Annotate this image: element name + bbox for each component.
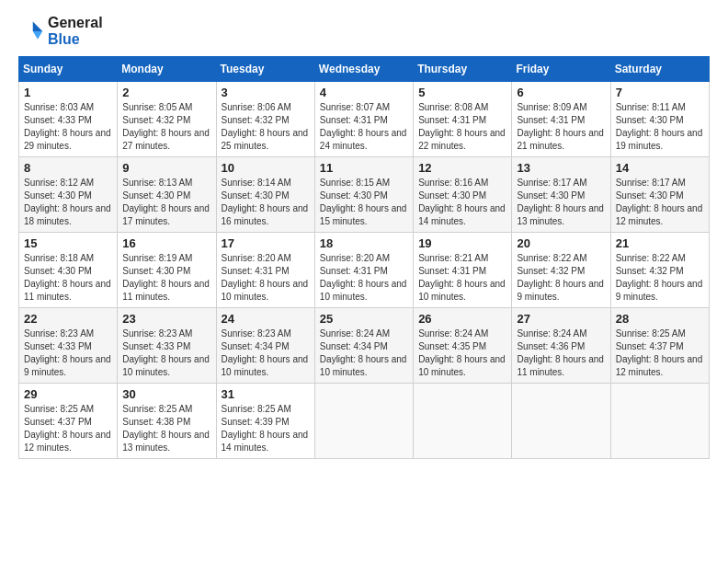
calendar-cell: 12Sunrise: 8:16 AMSunset: 4:30 PMDayligh… (414, 157, 512, 233)
daylight-label: Daylight: 8 hours and 27 minutes. (122, 128, 210, 151)
day-number: 16 (122, 236, 210, 250)
sunrise-label: Sunrise: 8:24 AM (320, 328, 390, 339)
day-detail: Sunrise: 8:18 AMSunset: 4:30 PMDaylight:… (24, 252, 112, 304)
sunrise-label: Sunrise: 8:08 AM (418, 102, 488, 112)
sunrise-label: Sunrise: 8:22 AM (616, 253, 686, 263)
day-number: 13 (517, 161, 605, 175)
day-number: 14 (616, 161, 704, 175)
sunrise-label: Sunrise: 8:13 AM (122, 178, 192, 188)
calendar-cell: 20Sunrise: 8:22 AMSunset: 4:32 PMDayligh… (512, 233, 610, 308)
daylight-label: Daylight: 8 hours and 13 minutes. (122, 430, 210, 453)
calendar-cell: 29Sunrise: 8:25 AMSunset: 4:37 PMDayligh… (19, 384, 118, 459)
day-number: 1 (24, 86, 112, 99)
calendar-cell: 30Sunrise: 8:25 AMSunset: 4:38 PMDayligh… (118, 384, 216, 459)
sunset-label: Sunset: 4:30 PM (320, 190, 388, 201)
daylight-label: Daylight: 8 hours and 9 minutes. (517, 279, 604, 302)
calendar-cell: 22Sunrise: 8:23 AMSunset: 4:33 PMDayligh… (19, 308, 118, 384)
daylight-label: Daylight: 8 hours and 24 minutes. (320, 128, 407, 151)
page: General Blue SundayMondayTuesdayWednesda… (0, 0, 728, 563)
svg-marker-1 (33, 31, 43, 40)
weekday-header-friday: Friday (512, 57, 610, 82)
svg-marker-0 (33, 21, 43, 31)
day-number: 19 (418, 236, 506, 250)
sunrise-label: Sunrise: 8:21 AM (418, 253, 488, 263)
day-detail: Sunrise: 8:22 AMSunset: 4:32 PMDaylight:… (517, 252, 605, 304)
day-detail: Sunrise: 8:15 AMSunset: 4:30 PMDaylight:… (320, 177, 408, 228)
daylight-label: Daylight: 8 hours and 29 minutes. (24, 128, 111, 151)
sunset-label: Sunset: 4:30 PM (24, 266, 92, 276)
sunset-label: Sunset: 4:35 PM (418, 341, 486, 351)
day-detail: Sunrise: 8:25 AMSunset: 4:39 PMDaylight:… (222, 403, 310, 454)
calendar-cell: 16Sunrise: 8:19 AMSunset: 4:30 PMDayligh… (118, 233, 216, 308)
day-number: 27 (517, 312, 605, 326)
day-number: 7 (616, 86, 704, 99)
calendar-cell: 10Sunrise: 8:14 AMSunset: 4:30 PMDayligh… (216, 157, 314, 233)
day-number: 12 (418, 161, 506, 175)
day-detail: Sunrise: 8:20 AMSunset: 4:31 PMDaylight:… (222, 252, 310, 304)
sunset-label: Sunset: 4:31 PM (418, 115, 486, 125)
day-detail: Sunrise: 8:24 AMSunset: 4:35 PMDaylight:… (418, 327, 506, 379)
daylight-label: Daylight: 8 hours and 9 minutes. (616, 279, 703, 302)
logo: General Blue (18, 15, 103, 47)
sunset-label: Sunset: 4:34 PM (222, 341, 290, 351)
calendar-cell: 11Sunrise: 8:15 AMSunset: 4:30 PMDayligh… (314, 157, 413, 233)
sunset-label: Sunset: 4:30 PM (122, 266, 190, 276)
calendar-cell: 31Sunrise: 8:25 AMSunset: 4:39 PMDayligh… (216, 384, 314, 459)
day-detail: Sunrise: 8:19 AMSunset: 4:30 PMDaylight:… (122, 252, 210, 304)
calendar-cell: 24Sunrise: 8:23 AMSunset: 4:34 PMDayligh… (216, 308, 314, 384)
calendar-week-row: 15Sunrise: 8:18 AMSunset: 4:30 PMDayligh… (19, 233, 710, 308)
sunrise-label: Sunrise: 8:20 AM (320, 253, 390, 263)
sunrise-label: Sunrise: 8:03 AM (24, 102, 94, 112)
day-detail: Sunrise: 8:23 AMSunset: 4:34 PMDaylight:… (222, 327, 310, 379)
sunrise-label: Sunrise: 8:22 AM (517, 253, 586, 263)
day-detail: Sunrise: 8:08 AMSunset: 4:31 PMDaylight:… (418, 101, 506, 153)
sunset-label: Sunset: 4:37 PM (24, 417, 92, 427)
sunrise-label: Sunrise: 8:19 AM (122, 253, 192, 263)
calendar-cell: 21Sunrise: 8:22 AMSunset: 4:32 PMDayligh… (610, 233, 709, 308)
calendar-cell (414, 384, 512, 459)
daylight-label: Daylight: 8 hours and 11 minutes. (122, 279, 210, 302)
daylight-label: Daylight: 8 hours and 19 minutes. (616, 128, 703, 151)
sunset-label: Sunset: 4:32 PM (517, 266, 585, 276)
daylight-label: Daylight: 8 hours and 10 minutes. (418, 354, 506, 377)
sunset-label: Sunset: 4:31 PM (517, 115, 585, 125)
sunset-label: Sunset: 4:30 PM (616, 115, 684, 125)
daylight-label: Daylight: 8 hours and 11 minutes. (517, 354, 604, 377)
daylight-label: Daylight: 8 hours and 22 minutes. (418, 128, 506, 151)
day-number: 26 (418, 312, 506, 326)
day-number: 29 (24, 387, 112, 401)
day-number: 11 (320, 161, 408, 175)
calendar-cell: 27Sunrise: 8:24 AMSunset: 4:36 PMDayligh… (512, 308, 610, 384)
weekday-header-sunday: Sunday (19, 57, 118, 82)
day-number: 4 (320, 86, 408, 99)
day-number: 18 (320, 236, 408, 250)
day-detail: Sunrise: 8:17 AMSunset: 4:30 PMDaylight:… (517, 177, 605, 228)
day-detail: Sunrise: 8:09 AMSunset: 4:31 PMDaylight:… (517, 101, 605, 153)
daylight-label: Daylight: 8 hours and 21 minutes. (517, 128, 604, 151)
daylight-label: Daylight: 8 hours and 12 minutes. (616, 354, 703, 377)
sunrise-label: Sunrise: 8:05 AM (122, 102, 192, 112)
sunrise-label: Sunrise: 8:11 AM (616, 102, 686, 112)
sunrise-label: Sunrise: 8:16 AM (418, 178, 488, 188)
day-number: 24 (222, 312, 310, 326)
calendar-cell: 3Sunrise: 8:06 AMSunset: 4:32 PMDaylight… (216, 82, 314, 157)
sunset-label: Sunset: 4:30 PM (222, 190, 290, 201)
daylight-label: Daylight: 8 hours and 10 minutes. (222, 354, 309, 377)
calendar-cell: 17Sunrise: 8:20 AMSunset: 4:31 PMDayligh… (216, 233, 314, 308)
sunrise-label: Sunrise: 8:24 AM (517, 328, 586, 339)
daylight-label: Daylight: 8 hours and 9 minutes. (24, 354, 111, 377)
daylight-label: Daylight: 8 hours and 12 minutes. (24, 430, 111, 453)
daylight-label: Daylight: 8 hours and 14 minutes. (418, 203, 506, 226)
day-detail: Sunrise: 8:05 AMSunset: 4:32 PMDaylight:… (122, 101, 210, 153)
calendar-cell: 26Sunrise: 8:24 AMSunset: 4:35 PMDayligh… (414, 308, 512, 384)
calendar-cell: 28Sunrise: 8:25 AMSunset: 4:37 PMDayligh… (610, 308, 709, 384)
sunrise-label: Sunrise: 8:07 AM (320, 102, 390, 112)
daylight-label: Daylight: 8 hours and 16 minutes. (222, 203, 309, 226)
day-detail: Sunrise: 8:25 AMSunset: 4:38 PMDaylight:… (122, 403, 210, 454)
day-number: 10 (222, 161, 310, 175)
sunrise-label: Sunrise: 8:23 AM (24, 328, 94, 339)
weekday-header-saturday: Saturday (610, 57, 709, 82)
weekday-header-monday: Monday (118, 57, 216, 82)
sunrise-label: Sunrise: 8:17 AM (616, 178, 686, 188)
header: General Blue (18, 15, 710, 47)
